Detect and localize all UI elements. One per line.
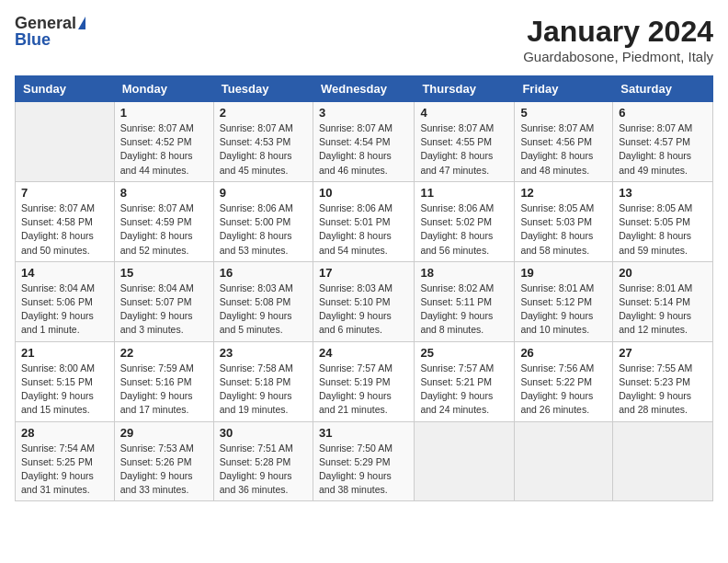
day-cell: 31Sunrise: 7:50 AM Sunset: 5:29 PM Dayli… [313,421,414,501]
day-info: Sunrise: 8:04 AM Sunset: 5:06 PM Dayligh… [21,282,108,338]
day-cell: 9Sunrise: 8:06 AM Sunset: 5:00 PM Daylig… [213,181,313,261]
day-cell: 7Sunrise: 8:07 AM Sunset: 4:58 PM Daylig… [16,181,115,261]
day-info: Sunrise: 8:03 AM Sunset: 5:10 PM Dayligh… [319,282,408,338]
calendar-title: January 2024 [523,15,713,49]
day-cell: 4Sunrise: 8:07 AM Sunset: 4:55 PM Daylig… [415,102,515,182]
day-info: Sunrise: 7:53 AM Sunset: 5:26 PM Dayligh… [120,442,208,498]
day-number: 28 [21,426,108,440]
day-info: Sunrise: 7:50 AM Sunset: 5:29 PM Dayligh… [319,442,408,498]
day-number: 20 [619,266,707,280]
logo: General Blue [15,15,85,48]
day-number: 16 [220,266,307,280]
day-number: 1 [120,106,208,120]
day-number: 30 [220,426,307,440]
day-number: 4 [420,106,508,120]
day-cell: 11Sunrise: 8:06 AM Sunset: 5:02 PM Dayli… [415,181,515,261]
day-cell: 3Sunrise: 8:07 AM Sunset: 4:54 PM Daylig… [313,102,414,182]
day-number: 29 [120,426,208,440]
day-number: 18 [420,266,508,280]
calendar-table: SundayMondayTuesdayWednesdayThursdayFrid… [15,75,713,501]
week-row-4: 28Sunrise: 7:54 AM Sunset: 5:25 PM Dayli… [16,421,713,501]
week-row-2: 14Sunrise: 8:04 AM Sunset: 5:06 PM Dayli… [16,261,713,341]
day-info: Sunrise: 8:01 AM Sunset: 5:12 PM Dayligh… [520,282,607,338]
day-cell: 23Sunrise: 7:58 AM Sunset: 5:18 PM Dayli… [213,341,313,421]
day-cell: 16Sunrise: 8:03 AM Sunset: 5:08 PM Dayli… [213,261,313,341]
day-cell: 28Sunrise: 7:54 AM Sunset: 5:25 PM Dayli… [16,421,115,501]
day-info: Sunrise: 7:57 AM Sunset: 5:19 PM Dayligh… [319,362,408,418]
day-number: 24 [319,346,408,360]
day-info: Sunrise: 7:59 AM Sunset: 5:16 PM Dayligh… [120,362,208,418]
day-cell: 19Sunrise: 8:01 AM Sunset: 5:12 PM Dayli… [515,261,613,341]
day-info: Sunrise: 8:07 AM Sunset: 4:58 PM Dayligh… [21,201,108,258]
day-info: Sunrise: 7:54 AM Sunset: 5:25 PM Dayligh… [21,442,108,498]
day-cell [613,421,713,501]
day-info: Sunrise: 8:00 AM Sunset: 5:15 PM Dayligh… [21,362,108,418]
day-number: 21 [21,346,108,360]
day-number: 7 [21,186,108,200]
day-number: 27 [619,346,707,360]
day-cell: 8Sunrise: 8:07 AM Sunset: 4:59 PM Daylig… [114,181,213,261]
day-number: 31 [319,426,408,440]
day-info: Sunrise: 8:07 AM Sunset: 4:55 PM Dayligh… [420,121,508,178]
day-info: Sunrise: 8:07 AM Sunset: 4:52 PM Dayligh… [120,121,208,178]
day-number: 8 [120,186,208,200]
day-cell: 18Sunrise: 8:02 AM Sunset: 5:11 PM Dayli… [415,261,515,341]
day-number: 9 [220,186,307,200]
day-cell: 29Sunrise: 7:53 AM Sunset: 5:26 PM Dayli… [114,421,213,501]
day-cell: 1Sunrise: 8:07 AM Sunset: 4:52 PM Daylig… [114,102,213,182]
week-row-0: 1Sunrise: 8:07 AM Sunset: 4:52 PM Daylig… [16,102,713,182]
day-info: Sunrise: 8:07 AM Sunset: 4:54 PM Dayligh… [319,121,408,178]
day-number: 17 [319,266,408,280]
header: General Blue January 2024 Guardabosone, … [15,15,713,64]
col-header-monday: Monday [114,76,213,102]
day-info: Sunrise: 8:07 AM Sunset: 4:56 PM Dayligh… [520,121,607,178]
day-cell: 21Sunrise: 8:00 AM Sunset: 5:15 PM Dayli… [16,341,115,421]
week-row-1: 7Sunrise: 8:07 AM Sunset: 4:58 PM Daylig… [16,181,713,261]
day-info: Sunrise: 8:02 AM Sunset: 5:11 PM Dayligh… [420,282,508,338]
day-info: Sunrise: 8:07 AM Sunset: 4:57 PM Dayligh… [619,121,707,178]
day-cell: 26Sunrise: 7:56 AM Sunset: 5:22 PM Dayli… [515,341,613,421]
calendar-location: Guardabosone, Piedmont, Italy [523,49,713,64]
day-cell: 22Sunrise: 7:59 AM Sunset: 5:16 PM Dayli… [114,341,213,421]
logo-blue-text: Blue [15,31,51,48]
day-info: Sunrise: 7:51 AM Sunset: 5:28 PM Dayligh… [220,442,307,498]
col-header-wednesday: Wednesday [313,76,414,102]
day-number: 14 [21,266,108,280]
day-cell: 2Sunrise: 8:07 AM Sunset: 4:53 PM Daylig… [213,102,313,182]
col-header-sunday: Sunday [16,76,115,102]
day-info: Sunrise: 7:56 AM Sunset: 5:22 PM Dayligh… [520,362,607,418]
day-cell: 17Sunrise: 8:03 AM Sunset: 5:10 PM Dayli… [313,261,414,341]
day-cell: 15Sunrise: 8:04 AM Sunset: 5:07 PM Dayli… [114,261,213,341]
col-header-tuesday: Tuesday [213,76,313,102]
day-info: Sunrise: 8:05 AM Sunset: 5:05 PM Dayligh… [619,201,707,258]
day-number: 15 [120,266,208,280]
day-cell [415,421,515,501]
col-header-saturday: Saturday [613,76,713,102]
day-info: Sunrise: 8:03 AM Sunset: 5:08 PM Dayligh… [220,282,307,338]
calendar-header-row: SundayMondayTuesdayWednesdayThursdayFrid… [16,76,713,102]
day-number: 6 [619,106,707,120]
day-number: 19 [520,266,607,280]
col-header-thursday: Thursday [415,76,515,102]
day-cell: 10Sunrise: 8:06 AM Sunset: 5:01 PM Dayli… [313,181,414,261]
day-number: 22 [120,346,208,360]
day-cell [16,102,115,182]
day-number: 13 [619,186,707,200]
logo-triangle-icon [78,17,85,29]
title-area: January 2024 Guardabosone, Piedmont, Ita… [523,15,713,64]
day-number: 26 [520,346,607,360]
day-cell: 14Sunrise: 8:04 AM Sunset: 5:06 PM Dayli… [16,261,115,341]
day-number: 11 [420,186,508,200]
logo-general-text: General [15,15,76,31]
day-info: Sunrise: 8:06 AM Sunset: 5:00 PM Dayligh… [220,201,307,258]
day-number: 12 [520,186,607,200]
day-cell: 20Sunrise: 8:01 AM Sunset: 5:14 PM Dayli… [613,261,713,341]
day-cell: 27Sunrise: 7:55 AM Sunset: 5:23 PM Dayli… [613,341,713,421]
day-cell: 25Sunrise: 7:57 AM Sunset: 5:21 PM Dayli… [415,341,515,421]
day-cell: 24Sunrise: 7:57 AM Sunset: 5:19 PM Dayli… [313,341,414,421]
day-number: 2 [220,106,307,120]
day-number: 25 [420,346,508,360]
day-info: Sunrise: 8:07 AM Sunset: 4:53 PM Dayligh… [220,121,307,178]
day-number: 5 [520,106,607,120]
day-info: Sunrise: 8:04 AM Sunset: 5:07 PM Dayligh… [120,282,208,338]
